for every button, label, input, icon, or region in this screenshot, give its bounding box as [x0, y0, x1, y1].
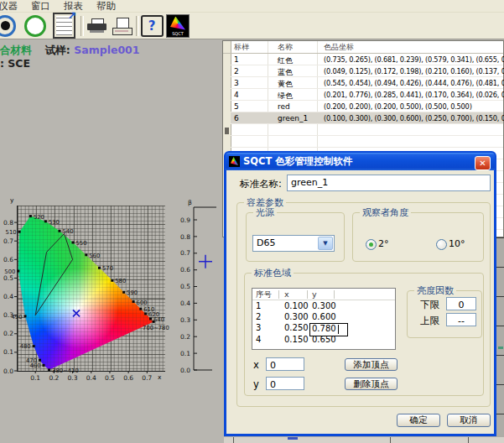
table-row[interactable]: 5red(0.200, 0.200), (0.200, 0.500), (0.5… [231, 101, 503, 112]
svg-text:0.5: 0.5 [105, 374, 115, 382]
svg-text:β: β [188, 199, 192, 206]
toolbar-separator [136, 16, 139, 36]
svg-text:570: 570 [102, 265, 113, 272]
y-coord-label: y [253, 378, 259, 390]
add-vertex-button[interactable]: 添加顶点 [345, 358, 397, 371]
svg-text:0.0: 0.0 [180, 367, 190, 374]
svg-text:700~780: 700~780 [143, 325, 169, 331]
col-header-name: 名称 [278, 42, 293, 53]
vertex-row[interactable]: 10.1000.300 [252, 301, 395, 312]
standard-gamut-label: 标准色域 [252, 268, 294, 279]
light-source-select[interactable]: D65 ▼ [252, 235, 335, 252]
vertex-row-editing[interactable]: 30.250 0.780 [252, 323, 395, 334]
radio-10-degree[interactable] [436, 239, 447, 250]
report-button[interactable]: ↗ [52, 14, 75, 37]
chevron-down-icon[interactable]: ▼ [318, 237, 333, 250]
svg-text:0.2: 0.2 [49, 374, 59, 382]
x-coord-input[interactable]: 0 [266, 357, 304, 371]
svg-text:0.6: 0.6 [123, 374, 133, 382]
svg-text:0.0: 0.0 [3, 367, 13, 375]
table-row[interactable]: 1红色(0.735, 0.265), (0.681, 0.239), (0.57… [231, 54, 503, 65]
svg-text:0.7: 0.7 [142, 374, 152, 382]
svg-text:0.1: 0.1 [180, 350, 190, 357]
svg-text:0.9: 0.9 [180, 216, 190, 224]
print-output-button[interactable] [111, 14, 134, 37]
vertex-row[interactable]: 40.1500.650 [252, 335, 395, 346]
observer-angle-label: 观察者角度 [360, 207, 411, 218]
svg-text:0.4: 0.4 [86, 374, 96, 382]
table-row-selected[interactable]: 6green_1(0.100, 0.300), (0.300, 0.600), … [231, 112, 503, 124]
background-table-edge [224, 437, 504, 443]
svg-text:0.5: 0.5 [3, 274, 13, 282]
menu-item-window[interactable]: 窗口 [24, 0, 57, 12]
sqct-button[interactable]: SQCT [166, 14, 190, 37]
radio-10-degree-label[interactable]: 10° [449, 238, 465, 249]
svg-text:x: x [158, 373, 162, 381]
svg-text:0.6: 0.6 [180, 266, 190, 274]
svg-text:550: 550 [76, 240, 87, 247]
sqct-logo-icon: SQCT [166, 14, 190, 38]
svg-text:0.6: 0.6 [3, 256, 13, 263]
sample-label: 试样: [45, 44, 70, 56]
luminance-factor-group: 亮度因数 下限 0 上限 -- [407, 290, 482, 338]
svg-text:480: 480 [20, 343, 31, 350]
measure-standard-icon [24, 15, 46, 37]
toolbar: ↗ ? SQCT [0, 13, 504, 39]
sample-name: Sample001 [74, 44, 139, 56]
chart-overlay-svg: 0.10.20.30.40.50.60.70.00.10.20.30.40.50… [0, 193, 220, 390]
cie-chromaticity-chart: 0.10.20.30.40.50.60.70.00.10.20.30.40.50… [0, 193, 220, 390]
svg-text:520: 520 [34, 214, 44, 221]
vertex-row[interactable]: 20.3000.600 [252, 312, 395, 323]
table-row[interactable]: 3黄色(0.545, 0.454), (0.494, 0.426), (0.44… [231, 77, 503, 89]
x-coord-label: x [253, 359, 259, 371]
col-header-standard: 标样 [234, 42, 249, 53]
sqct-dialog: SQCT 色彩管理控制软件 ✕ 标准名称: green_1 容差参数 光源 D6… [224, 151, 496, 436]
svg-text:0.3: 0.3 [68, 374, 78, 382]
mode-label: : SCE [0, 57, 30, 70]
radio-2-degree-label[interactable]: 2° [378, 238, 389, 249]
report-icon: ↗ [53, 13, 75, 39]
help-icon: ? [141, 15, 164, 37]
svg-text:0.8: 0.8 [180, 233, 190, 241]
standard-gamut-group: 标准色域 序号 x y 10.1000.300 20.3000.600 30.2… [244, 273, 484, 396]
svg-text:0.2: 0.2 [3, 330, 13, 337]
svg-text:0.8: 0.8 [3, 219, 13, 227]
background-mark [498, 347, 503, 349]
measure-sample-button[interactable] [0, 14, 17, 37]
svg-text:0.4: 0.4 [180, 300, 190, 307]
upper-limit-label: 上限 [420, 315, 439, 327]
observer-angle-group: 观察者角度 2° 10° [352, 212, 484, 262]
table-row[interactable]: 4绿色(0.201, 0.776), (0.285, 0.441), (0.17… [231, 89, 503, 101]
svg-text:380~410: 380~410 [52, 367, 79, 374]
svg-text:0.4: 0.4 [3, 293, 13, 300]
svg-text:510: 510 [6, 229, 17, 236]
print-button[interactable] [86, 14, 109, 37]
gamut-vertex-table[interactable]: 序号 x y 10.1000.300 20.3000.600 30.250 0.… [252, 288, 396, 350]
light-source-group: 光源 D65 ▼ [246, 212, 345, 262]
close-icon[interactable]: ✕ [475, 156, 491, 170]
table-row[interactable]: 2蓝色(0.049, 0.125), (0.172, 0.198), (0.21… [231, 65, 503, 77]
status-line-1: 合材料 试样: Sample001 [0, 44, 139, 58]
svg-text:0.1: 0.1 [30, 374, 40, 382]
svg-text:500: 500 [4, 268, 15, 275]
radio-2-degree[interactable] [366, 239, 377, 250]
ok-button[interactable]: 确定 [397, 414, 440, 427]
dialog-title-bar[interactable]: SQCT 色彩管理控制软件 [226, 153, 495, 170]
y-coord-input[interactable]: 0 [266, 377, 304, 390]
lower-limit-input[interactable]: 0 [446, 297, 476, 310]
dialog-title: SQCT 色彩管理控制软件 [243, 155, 352, 168]
standard-name-input[interactable]: green_1 [287, 175, 491, 191]
selected-row-marker [225, 128, 229, 134]
help-button[interactable]: ? [140, 14, 164, 37]
delete-vertex-button[interactable]: 删除顶点 [345, 378, 397, 390]
standard-name-label: 标准名称: [240, 178, 282, 190]
cancel-button[interactable]: 取消 [447, 414, 491, 427]
measure-standard-button[interactable] [23, 14, 47, 37]
lower-limit-label: 下限 [420, 299, 439, 311]
menu-item-instrument[interactable]: 仪器 [0, 0, 24, 12]
menu-item-help[interactable]: 帮助 [90, 0, 122, 12]
svg-text:0.7: 0.7 [3, 237, 13, 245]
luminance-factor-label: 亮度因数 [414, 285, 456, 296]
upper-limit-input[interactable]: -- [446, 313, 476, 326]
status-line-2: : SCE [0, 57, 30, 70]
